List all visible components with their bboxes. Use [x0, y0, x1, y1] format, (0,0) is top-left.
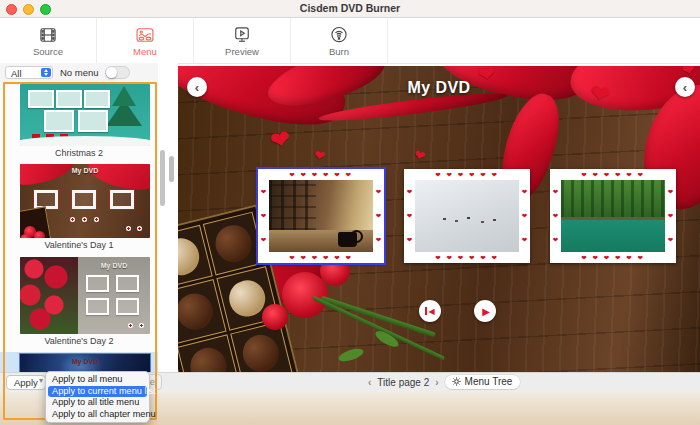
menu-tree-label: Menu Tree [465, 376, 513, 387]
back-button-left[interactable]: ‹ [187, 77, 207, 97]
hearts-border: ❤❤❤ [665, 180, 676, 252]
leaf-decor [337, 346, 365, 364]
titlebar: Cisdem DVD Burner [0, 0, 700, 18]
chevron-left-icon: ‹ [683, 81, 687, 94]
template-item-valentines-day-1[interactable]: My DVD Valentine's Day 1 [0, 164, 158, 254]
template-thumbnail[interactable]: My DVD [20, 354, 150, 372]
hearts-border: ❤❤❤ [404, 180, 415, 252]
video-thumb-snow[interactable]: ❤ ❤ ❤ ❤ ❤ ❤ ❤ ❤ ❤ ❤ ❤ ❤ ❤❤❤ ❤❤❤ [404, 169, 530, 263]
prev-icon: ◀ [428, 307, 434, 316]
menu-item-apply-all-chapter-menu[interactable]: Apply to all chapter menu [46, 409, 149, 421]
film-strip-icon [38, 25, 58, 45]
toolbar-preview-button[interactable]: Preview [194, 18, 291, 63]
template-item-valentines-day-2[interactable]: My DVD Valentine's Day 2 [0, 257, 158, 350]
thumb-dvd-title: My DVD [78, 262, 150, 269]
window-title: Cisdem DVD Burner [0, 0, 700, 17]
video-thumb-lake[interactable]: ❤ ❤ ❤ ❤ ❤ ❤ ❤ ❤ ❤ ❤ ❤ ❤ ❤❤❤ ❤❤❤ [550, 169, 676, 263]
hearts-border: ❤ ❤ ❤ ❤ ❤ ❤ [258, 252, 384, 263]
toolbar-menu-button[interactable]: Menu [97, 18, 194, 63]
hearts-border: ❤ ❤ ❤ ❤ ❤ ❤ [258, 169, 384, 180]
heart-icon: ❤ [412, 147, 426, 164]
template-list: Christmas 2 My DVD Valentine's Day 1 My … [0, 82, 158, 372]
filter-value: All [11, 68, 22, 79]
gear-icon [452, 377, 461, 386]
template-name: Valentine's Day 1 [0, 238, 158, 254]
template-item-selected[interactable]: My DVD [0, 352, 158, 372]
template-name: Christmas 2 [0, 146, 158, 162]
hearts-border: ❤ ❤ ❤ ❤ ❤ ❤ [550, 169, 676, 180]
app-window: Cisdem DVD Burner Source Menu [0, 0, 700, 425]
hearts-border: ❤❤❤ [519, 180, 530, 252]
monitor-play-icon [232, 25, 252, 45]
toolbar-burn-button[interactable]: Burn [291, 18, 388, 63]
page-navigation: ‹ Title page 2 › Menu Tree [368, 372, 520, 392]
filter-dropdown[interactable]: All [5, 66, 53, 79]
disc-burn-icon [329, 25, 349, 45]
video-still [415, 180, 519, 252]
apply-dropdown-chevron-icon[interactable]: ▾ [39, 376, 43, 385]
rose-decor [262, 304, 288, 330]
template-item-christmas-2[interactable]: Christmas 2 [0, 84, 158, 162]
menu-item-apply-all-menu[interactable]: Apply to all menu [46, 374, 149, 386]
toolbar: Source Menu Preview [0, 18, 700, 64]
christmas-tree-icon [112, 86, 136, 106]
toolbar-menu-label: Menu [133, 46, 157, 57]
menu-item-apply-all-title-menu[interactable]: Apply to all title menu [46, 397, 149, 409]
thumb-dvd-title: My DVD [20, 358, 150, 365]
template-thumbnail[interactable] [20, 84, 150, 146]
toolbar-burn-label: Burn [329, 46, 349, 57]
page-next-chevron[interactable]: › [435, 377, 438, 388]
video-still [269, 180, 373, 252]
toolbar-source-button[interactable]: Source [0, 18, 97, 63]
template-thumbnail[interactable]: My DVD [20, 257, 150, 334]
dropdown-stepper-icon [41, 68, 51, 77]
hearts-border: ❤❤❤ [550, 180, 561, 252]
menu-preview-canvas[interactable]: ❤ ❤ ❤ ❤ ❤ ❤ ❤ My DVD ‹ ‹ ❤ ❤ ❤ ❤ ❤ ❤ ❤ ❤… [178, 66, 700, 372]
hearts-border: ❤ ❤ ❤ ❤ ❤ ❤ [404, 252, 530, 263]
skip-back-button[interactable]: ◀ [419, 300, 441, 322]
rose-decor [282, 272, 328, 318]
hearts-border: ❤❤❤ [373, 180, 384, 252]
heart-icon: ❤ [313, 147, 326, 164]
toolbar-preview-label: Preview [225, 46, 259, 57]
splitter-handle[interactable] [169, 156, 174, 182]
thumb-dvd-title: My DVD [20, 167, 150, 174]
hearts-border: ❤❤❤ [258, 180, 269, 252]
toggle-knob [106, 67, 117, 78]
play-icon: ▶ [480, 306, 490, 317]
roses-decor [20, 257, 78, 334]
hearts-border: ❤ ❤ ❤ ❤ ❤ ❤ [404, 169, 530, 180]
play-button[interactable]: ▶ [474, 300, 496, 322]
template-thumbnail[interactable]: My DVD [20, 164, 150, 238]
no-menu-label: No menu [60, 67, 99, 78]
video-still [561, 180, 665, 252]
chevron-left-icon: ‹ [195, 81, 199, 94]
splitter-gutter [158, 63, 178, 372]
list-scrollbar[interactable] [160, 150, 165, 206]
dvd-menu-title[interactable]: My DVD [178, 79, 700, 97]
no-menu-toggle[interactable] [105, 66, 130, 79]
skip-back-icon [425, 307, 427, 315]
menu-template-icon [135, 25, 155, 45]
page-label: Title page 2 [377, 377, 429, 388]
heart-icon: ❤ [267, 124, 292, 156]
video-thumb-cafe[interactable]: ❤ ❤ ❤ ❤ ❤ ❤ ❤ ❤ ❤ ❤ ❤ ❤ ❤❤❤ ❤❤❤ [258, 169, 384, 263]
template-name: Valentine's Day 2 [0, 334, 158, 350]
menu-tree-button[interactable]: Menu Tree [445, 375, 521, 389]
toolbar-source-label: Source [33, 46, 63, 57]
page-prev-chevron[interactable]: ‹ [368, 377, 371, 388]
menu-item-apply-current-menu-list[interactable]: Apply to current menu list [48, 386, 147, 398]
back-button-right[interactable]: ‹ [675, 77, 695, 97]
sidebar-topbar: All No menu [0, 63, 158, 82]
hearts-border: ❤ ❤ ❤ ❤ ❤ ❤ [550, 252, 676, 263]
apply-context-menu: Apply to all menu Apply to current menu … [45, 371, 150, 423]
